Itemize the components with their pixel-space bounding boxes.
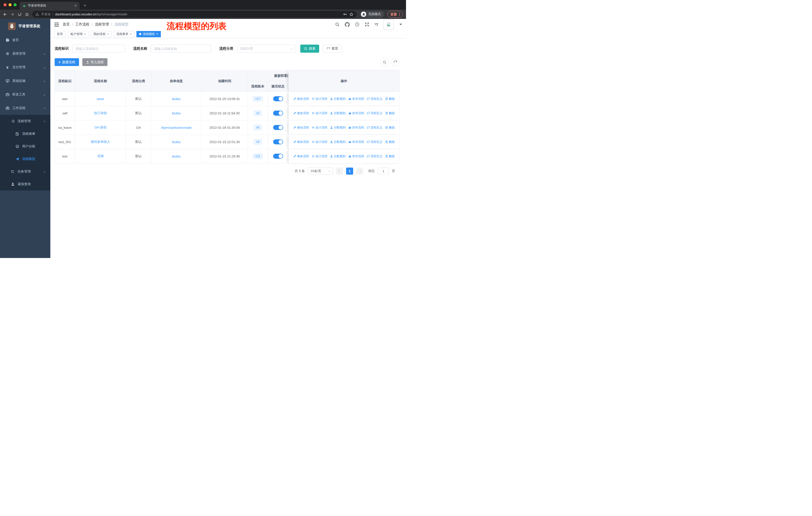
page-size-select[interactable]: 10条/页: [308, 167, 333, 174]
new-tab-button[interactable]: +: [84, 3, 86, 8]
close-window-button[interactable]: [3, 3, 6, 6]
edit-process-link[interactable]: 修改流程: [293, 111, 309, 115]
publish-process-link[interactable]: 发布流程: [348, 111, 364, 115]
breadcrumb-process-mgmt[interactable]: 流程管理: [95, 22, 109, 27]
process-name-link[interactable]: OA 请假: [94, 125, 107, 130]
key-icon[interactable]: [343, 12, 347, 17]
import-process-button[interactable]: 导入流程: [82, 58, 108, 66]
publish-process-link[interactable]: 发布流程: [348, 140, 364, 144]
back-icon[interactable]: [3, 12, 7, 17]
home-icon[interactable]: [25, 12, 29, 17]
delete-link[interactable]: 删除: [385, 154, 395, 159]
process-definition-link[interactable]: 流程定义: [367, 111, 383, 115]
edit-process-link[interactable]: 修改流程: [293, 154, 309, 159]
bookmark-star-icon[interactable]: [349, 12, 353, 17]
sidebar-item-process-model[interactable]: 流程模型: [0, 153, 50, 165]
breadcrumb-home[interactable]: 首页: [63, 22, 70, 27]
process-name-link[interactable]: eeee: [97, 97, 104, 101]
form-link[interactable]: biubiu: [172, 97, 181, 101]
assign-rule-link[interactable]: 分配规则: [330, 154, 346, 159]
delete-link[interactable]: 删除: [385, 97, 395, 101]
forward-icon[interactable]: [10, 12, 14, 17]
next-page-button[interactable]: [356, 167, 363, 174]
goto-page-input[interactable]: [378, 167, 389, 174]
assign-rule-link[interactable]: 分配规则: [330, 97, 346, 101]
tag-home[interactable]: 首页: [54, 31, 66, 37]
minimize-window-button[interactable]: [8, 3, 11, 6]
publish-process-link[interactable]: 发布流程: [348, 97, 364, 101]
process-definition-link[interactable]: 流程定义: [367, 126, 383, 130]
create-process-button[interactable]: + 新建流程: [55, 58, 79, 66]
close-icon[interactable]: ×: [107, 32, 109, 36]
update-button[interactable]: 更新: [387, 11, 403, 18]
toggle-search-button[interactable]: [380, 58, 388, 66]
refresh-button[interactable]: [391, 58, 400, 66]
form-link[interactable]: /bpm/oa/leave/create: [161, 126, 192, 130]
activation-toggle[interactable]: [273, 154, 283, 159]
font-size-icon[interactable]: TT: [375, 22, 378, 27]
sidebar-item-user-group[interactable]: 用户分组: [0, 140, 50, 153]
tag-process-model[interactable]: 流程模型×: [137, 31, 161, 37]
activation-toggle[interactable]: [273, 111, 283, 116]
design-process-link[interactable]: 设计流程: [312, 140, 327, 144]
browser-menu-icon[interactable]: [399, 12, 400, 16]
form-link[interactable]: biubiu: [172, 155, 181, 158]
sidebar-item-leave-query[interactable]: 请假查询: [0, 178, 50, 190]
sidebar-item-system[interactable]: 系统管理: [0, 47, 50, 60]
sidebar-item-task-mgmt[interactable]: 任务管理: [0, 165, 50, 178]
design-process-link[interactable]: 设计流程: [312, 154, 327, 159]
browser-tab[interactable]: 芋道管理系统 ✕: [20, 2, 80, 9]
close-icon[interactable]: ×: [84, 32, 86, 36]
close-icon[interactable]: ×: [130, 32, 132, 36]
process-name-input[interactable]: [151, 45, 211, 53]
sidebar-item-process-form[interactable]: 流程表单: [0, 128, 50, 140]
design-process-link[interactable]: 设计流程: [312, 111, 327, 115]
address-bar[interactable]: 不安全 dashboard.yudao.iocoder.cn/bpm/manag…: [32, 11, 357, 18]
zoom-window-button[interactable]: [13, 3, 17, 6]
design-process-link[interactable]: 设计流程: [312, 126, 327, 130]
sidebar-item-infra[interactable]: 基础设施: [0, 74, 50, 88]
process-name-link[interactable]: 自己审批: [94, 111, 107, 115]
form-link[interactable]: biubiu: [172, 140, 181, 144]
process-category-select[interactable]: 流程分类: [237, 45, 295, 53]
fullscreen-icon[interactable]: [365, 22, 369, 27]
current-page-button[interactable]: 1: [346, 167, 353, 174]
publish-process-link[interactable]: 发布流程: [348, 154, 364, 159]
process-name-link[interactable]: 滔博: [97, 154, 104, 159]
tab-close-icon[interactable]: ✕: [74, 4, 77, 7]
assign-rule-link[interactable]: 分配规则: [330, 126, 346, 130]
tag-my-process[interactable]: 我的流程×: [91, 31, 112, 37]
edit-process-link[interactable]: 修改流程: [293, 97, 309, 101]
sidebar-fold-icon[interactable]: [54, 23, 59, 26]
process-definition-link[interactable]: 流程定义: [367, 140, 383, 144]
sidebar-item-workflow[interactable]: 工作流程: [0, 101, 50, 115]
process-definition-link[interactable]: 流程定义: [367, 97, 383, 101]
close-icon[interactable]: ×: [156, 32, 158, 36]
assign-rule-link[interactable]: 分配规则: [330, 111, 346, 115]
edit-process-link[interactable]: 修改流程: [293, 126, 309, 130]
avatar-caret-icon[interactable]: [400, 24, 402, 25]
help-icon[interactable]: ?: [355, 22, 359, 27]
sidebar-item-payment[interactable]: ¥ 支付管理: [0, 60, 50, 74]
github-icon[interactable]: [345, 22, 350, 27]
search-button[interactable]: 搜索: [300, 45, 319, 53]
process-name-link[interactable]: 测试多审批人: [91, 140, 110, 144]
assign-rule-link[interactable]: 分配规则: [330, 140, 346, 144]
reload-icon[interactable]: [18, 12, 22, 17]
breadcrumb-workflow[interactable]: 工作流程: [75, 22, 89, 27]
tag-tenant[interactable]: 租户管理×: [68, 31, 89, 37]
delete-link[interactable]: 删除: [385, 126, 395, 130]
activation-toggle[interactable]: [273, 139, 283, 144]
publish-process-link[interactable]: 发布流程: [348, 126, 364, 130]
activation-toggle[interactable]: [273, 96, 283, 101]
reset-button[interactable]: 重置: [323, 45, 342, 53]
sidebar-item-process-mgmt[interactable]: 流程管理: [0, 115, 50, 128]
prev-page-button[interactable]: [336, 167, 343, 174]
sidebar-item-home[interactable]: 首页: [0, 33, 50, 47]
tag-process-form[interactable]: 流程表单×: [114, 31, 135, 37]
form-link[interactable]: biubiu: [172, 111, 181, 115]
process-id-input[interactable]: [72, 45, 125, 53]
process-definition-link[interactable]: 流程定义: [367, 154, 383, 159]
activation-toggle[interactable]: [273, 125, 283, 130]
sidebar-item-devtools[interactable]: 研发工具: [0, 88, 50, 101]
